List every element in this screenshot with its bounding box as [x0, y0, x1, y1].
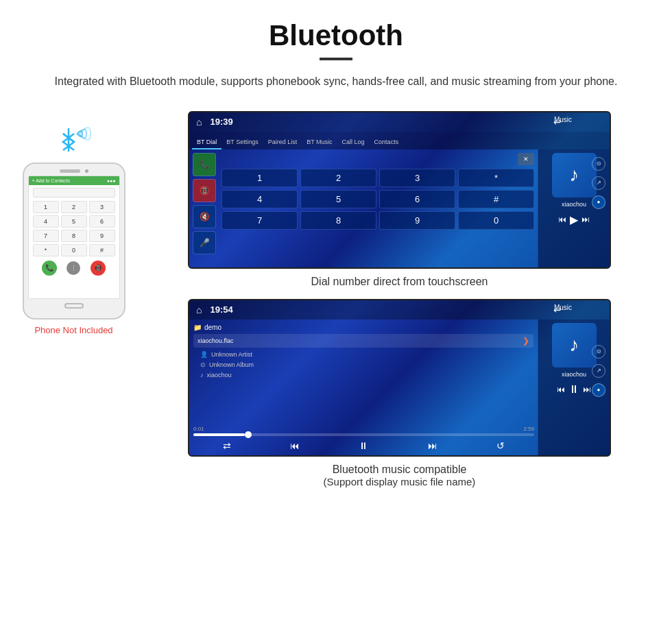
cs1-next-btn[interactable]: ⏭ [581, 215, 590, 224]
cs1-num-3[interactable]: 3 [379, 169, 455, 187]
cs2-time-end: 2:59 [523, 426, 534, 432]
cs2-shuffle-btn[interactable]: ⇄ [223, 440, 231, 451]
cs1-tab-pairedlist[interactable]: Paired List [263, 136, 302, 149]
cs2-progress-fill [193, 433, 245, 436]
screen2-caption2: (Support display music file name) [324, 476, 476, 487]
phone-top-bar [28, 169, 120, 173]
cs2-metadata: 👤 Unknown Artist ⊙ Unknown Album ♪ xiaoc… [200, 351, 533, 378]
cs2-disc-icon: ⊙ [200, 361, 206, 368]
dialpad-key-7: 7 [33, 230, 59, 242]
phone-dialpad: 1 2 3 4 5 6 7 8 9 * 0 # 📞 [29, 185, 119, 281]
cs1-music-name: xiaochou [562, 201, 586, 208]
cs2-progress-bar[interactable] [193, 433, 534, 436]
cs2-music-name: xiaochou [562, 371, 586, 378]
cs1-delete-btn[interactable]: ✕ [518, 153, 534, 165]
dialpad-key-2: 2 [61, 201, 87, 213]
cs1-tab-btmusic[interactable]: BT Music [302, 136, 337, 149]
car-screen-2: ⌂ 19:54 ↩ Music 📁 demo xi [188, 299, 611, 457]
cs1-home-icon: ⌂ [196, 117, 202, 128]
cs1-num-7[interactable]: 7 [221, 211, 298, 230]
cs2-next-btn[interactable]: ⏭ [428, 440, 437, 451]
cs2-arrow-icon: ❯ [523, 336, 529, 346]
cs1-tab-btdial[interactable]: BT Dial [192, 136, 221, 149]
cs1-numpad-area: ✕ 1 2 3 * 4 5 6 # 7 [221, 153, 534, 264]
cs1-numpad: 1 2 3 * 4 5 6 # 7 8 9 0 [221, 169, 534, 230]
cs1-num-hash[interactable]: # [458, 190, 534, 208]
cs1-music-label: Music [554, 116, 572, 123]
screen2-caption1: Bluetooth music compatible [333, 464, 467, 476]
phone-camera [85, 169, 88, 173]
cs1-tab-btsettings[interactable]: BT Settings [221, 136, 263, 149]
dialpad-key-4: 4 [33, 215, 59, 228]
car-screen-1: ⌂ 19:39 ↩ Music BT Dial BT Settings Pair… [188, 111, 611, 269]
folder-icon: 📁 [193, 324, 202, 331]
cs2-pause-btn[interactable]: ⏸ [359, 440, 368, 451]
cs1-num-5[interactable]: 5 [300, 190, 376, 208]
phone-speaker [60, 169, 80, 173]
cs1-num-0[interactable]: 0 [458, 211, 534, 230]
cs1-side-btn-3[interactable]: ● [592, 195, 605, 209]
cs1-side-btns: ⊙ ↗ ● [592, 157, 605, 209]
cs2-prev-ctrl-btn[interactable]: ⏮ [557, 385, 565, 394]
phone-screen: + Add to Contacts ●●● 1 2 3 4 5 6 7 8 9 [28, 176, 120, 299]
cs2-left-panel: 📁 demo xiaochou.flac ❯ 👤 Unknow [189, 320, 538, 455]
screen-1-item: ⌂ 19:39 ↩ Music BT Dial BT Settings Pair… [147, 111, 651, 288]
cs1-content: 📞 📵 🔇 🎤 ✕ 1 2 [189, 149, 610, 267]
cs2-bottom-controls: ⇄ ⏮ ⏸ ⏭ ↺ [193, 440, 534, 451]
cs2-prev-btn[interactable]: ⏮ [290, 440, 300, 451]
cs2-side-btn-2[interactable]: ↗ [592, 364, 605, 378]
screen-2-item: ⌂ 19:54 ↩ Music 📁 demo xi [147, 299, 651, 487]
cs1-mute-btn[interactable]: 🔇 [193, 205, 216, 228]
cs2-artist-row: 👤 Unknown Artist [200, 351, 533, 358]
cs1-side-btn-2[interactable]: ↗ [592, 176, 605, 190]
cs2-file-row: xiaochou.flac ❯ [193, 334, 533, 348]
cs2-repeat-btn[interactable]: ↺ [496, 440, 505, 451]
cs2-music-icon: ♪ [552, 323, 597, 368]
cs2-folder-row: 📁 demo [193, 324, 533, 331]
cs1-input-row: ✕ [221, 153, 534, 165]
cs2-music-panel: ♪ xiaochou ⏮ ⏸ ⏭ ⊙ ↗ ● [538, 320, 610, 455]
title-divider [320, 58, 352, 60]
cs1-hangup-btn[interactable]: 📵 [193, 179, 216, 202]
cs1-tab-contacts[interactable]: Contacts [370, 136, 404, 149]
dialpad-key-9: 9 [89, 230, 115, 242]
cs1-tabs: BT Dial BT Settings Paired List BT Music… [189, 132, 610, 149]
cs1-num-2[interactable]: 2 [300, 169, 376, 187]
cs2-content: 📁 demo xiaochou.flac ❯ 👤 Unknow [189, 320, 610, 455]
cs2-filename: xiaochou.flac [197, 337, 234, 344]
cs2-song-row: ♪ xiaochou [200, 372, 533, 378]
cs2-side-btn-3[interactable]: ● [592, 383, 605, 397]
cs2-time: 19:54 [210, 304, 232, 315]
cs2-play-ctrl-btn[interactable]: ⏸ [568, 383, 579, 396]
subtitle-text: Integrated with Bluetooth module, suppor… [0, 73, 672, 91]
cs1-play-btn[interactable]: ▶ [570, 213, 578, 226]
screen1-caption: Dial number direct from touchscreen [311, 276, 488, 288]
cs1-side-btn-1[interactable]: ⊙ [592, 157, 605, 171]
cs1-num-4[interactable]: 4 [221, 190, 298, 208]
cs1-tab-calllog[interactable]: Call Log [337, 136, 370, 149]
cs1-time: 19:39 [210, 117, 232, 127]
cs2-artist: Unknown Artist [211, 351, 252, 358]
cs1-playback-controls: ⏮ ▶ ⏭ [558, 213, 590, 226]
cs1-mic-btn[interactable]: 🎤 [193, 231, 216, 254]
dialpad-key-8: 8 [61, 230, 87, 242]
cs1-num-star[interactable]: * [458, 169, 534, 187]
cs1-num-8[interactable]: 8 [300, 211, 376, 230]
cs1-num-6[interactable]: 6 [379, 190, 455, 208]
dialpad-key-star: * [33, 244, 59, 256]
cs2-next-ctrl-btn[interactable]: ⏭ [583, 385, 591, 394]
cs1-prev-btn[interactable]: ⏮ [558, 215, 566, 224]
dialpad-key-3: 3 [89, 201, 115, 213]
cs1-num-1[interactable]: 1 [221, 169, 298, 187]
cs1-num-9[interactable]: 9 [379, 211, 455, 230]
cs2-home-icon: ⌂ [196, 304, 202, 315]
dialpad-key-5: 5 [61, 215, 87, 228]
cs1-call-btn[interactable]: 📞 [193, 153, 216, 176]
cs2-progress-dot [245, 431, 252, 438]
cs2-side-btn-1[interactable]: ⊙ [592, 345, 605, 359]
cs2-album-row: ⊙ Unknown Album [200, 361, 533, 368]
phone-bottom-bar: 📞 ⋮ 📵 [33, 258, 115, 278]
dialpad-grid: 1 2 3 4 5 6 7 8 9 * 0 # [33, 201, 115, 256]
phone-mockup: + Add to Contacts ●●● 1 2 3 4 5 6 7 8 9 [23, 162, 125, 320]
cs1-dial-area: 📞 📵 🔇 🎤 ✕ 1 2 [189, 149, 538, 267]
